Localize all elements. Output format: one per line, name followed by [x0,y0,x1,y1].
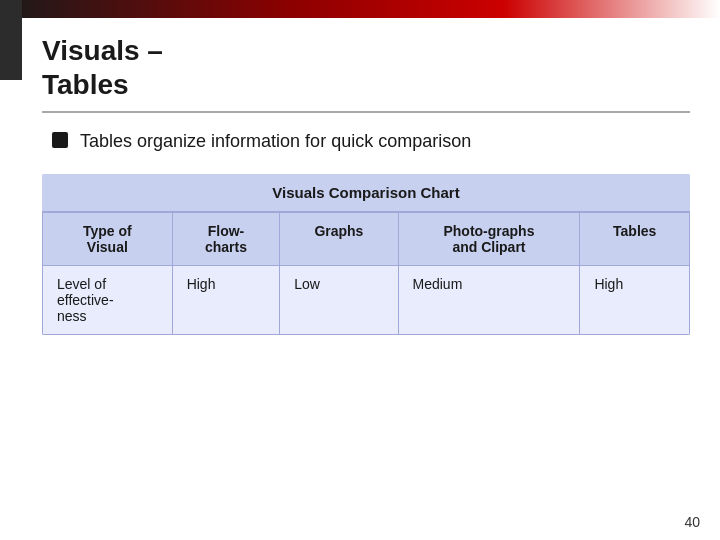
table-caption: Visuals Comparison Chart [42,174,690,212]
slide-title: Visuals – Tables [42,34,690,101]
bullet-point: Tables organize information for quick co… [42,129,690,154]
table-header-row: Type ofVisual Flow-charts Graphs Photo-g… [43,213,690,266]
title-divider [42,111,690,113]
left-accent-block [0,0,22,80]
col-header-graphs: Graphs [280,213,398,266]
bullet-icon [52,132,68,148]
page-number: 40 [684,514,700,530]
col-header-flowcharts: Flow-charts [172,213,280,266]
title-line2: Tables [42,69,129,100]
comparison-table: Type ofVisual Flow-charts Graphs Photo-g… [42,212,690,335]
table-row: Level ofeffective-ness High Low Medium H… [43,266,690,335]
comparison-table-container: Visuals Comparison Chart Type ofVisual F… [42,174,690,335]
bullet-text: Tables organize information for quick co… [80,129,471,154]
col-header-tables: Tables [580,213,690,266]
cell-tables-effectiveness: High [580,266,690,335]
cell-graphs-effectiveness: Low [280,266,398,335]
cell-photoclip-effectiveness: Medium [398,266,580,335]
col-header-type: Type ofVisual [43,213,173,266]
title-line1: Visuals – [42,35,163,66]
top-gradient-bar [0,0,720,18]
row-label-effectiveness: Level ofeffective-ness [43,266,173,335]
col-header-photoclip: Photo-graphsand Clipart [398,213,580,266]
main-content: Visuals – Tables Tables organize informa… [22,18,720,540]
cell-flowcharts-effectiveness: High [172,266,280,335]
